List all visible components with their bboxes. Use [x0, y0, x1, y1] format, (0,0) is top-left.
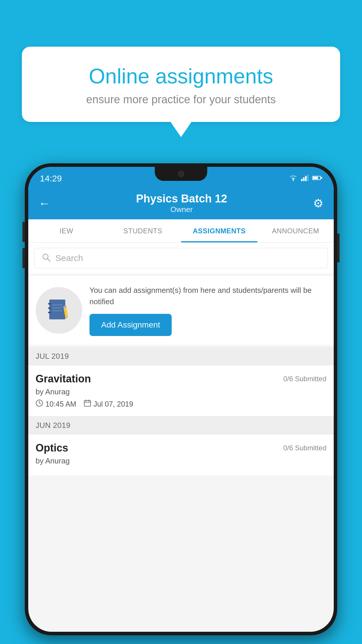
month-header-jul: JUL 2019: [28, 347, 334, 365]
svg-line-22: [39, 403, 41, 404]
status-icons: [289, 175, 322, 182]
search-container: Search: [28, 243, 334, 274]
tab-assignments[interactable]: ASSIGNMENTS: [181, 219, 257, 242]
phone-outer: 14:29: [25, 163, 337, 635]
tab-iew[interactable]: IEW: [28, 219, 105, 242]
speech-bubble-subtitle: ensure more practice for your students: [42, 93, 320, 106]
phone-wrapper: 14:29: [25, 163, 337, 635]
header-subtitle: Owner: [136, 205, 227, 214]
svg-rect-2: [303, 177, 305, 181]
assignment-item-optics[interactable]: Optics 0/6 Submitted by Anurag: [28, 435, 334, 476]
calendar-icon: [84, 399, 91, 409]
assignment-name-optics: Optics: [36, 442, 68, 454]
svg-rect-10: [49, 300, 65, 319]
header-title-group: Physics Batch 12 Owner: [136, 192, 227, 214]
assignment-meta-gravitation: 10:45 AM Jul 07, 2019: [36, 399, 326, 409]
assignment-submitted-optics: 0/6 Submitted: [283, 444, 326, 452]
assignment-time-value: 10:45 AM: [45, 400, 76, 408]
wifi-icon: [289, 175, 298, 182]
speech-bubble: Online assignments ensure more practice …: [22, 47, 340, 122]
info-card-text: You can add assignment(s) from here and …: [89, 285, 326, 307]
search-placeholder: Search: [55, 253, 83, 263]
svg-marker-18: [66, 317, 67, 319]
tabs-bar: IEW STUDENTS ASSIGNMENTS ANNOUNCEM: [28, 219, 334, 243]
svg-rect-3: [305, 176, 307, 181]
speech-bubble-container: Online assignments ensure more practice …: [22, 47, 340, 122]
info-card: You can add assignment(s) from here and …: [28, 276, 334, 345]
svg-rect-13: [48, 312, 51, 313]
header-title: Physics Batch 12: [136, 192, 227, 205]
volume-down-button: [22, 248, 25, 268]
notebook-icon: [46, 297, 72, 323]
info-card-right: You can add assignment(s) from here and …: [89, 285, 326, 336]
month-header-jun: JUN 2019: [28, 416, 334, 435]
battery-icon: [312, 175, 322, 182]
svg-rect-7: [321, 177, 322, 179]
back-button[interactable]: ←: [38, 197, 50, 210]
assignment-date-value: Jul 07, 2019: [94, 400, 133, 408]
svg-rect-11: [48, 303, 51, 304]
svg-rect-16: [52, 310, 62, 311]
svg-rect-15: [52, 307, 62, 308]
svg-point-0: [293, 180, 294, 181]
volume-up-button: [22, 222, 25, 242]
svg-rect-14: [52, 304, 62, 305]
phone-notch: [155, 167, 207, 181]
assignment-by-optics: by Anurag: [36, 456, 326, 466]
assignment-date-gravitation: Jul 07, 2019: [84, 399, 133, 409]
tab-announcements[interactable]: ANNOUNCEM: [257, 219, 334, 242]
assignment-item-gravitation[interactable]: Gravitation 0/6 Submitted by Anurag: [28, 365, 334, 416]
assignment-row1: Gravitation 0/6 Submitted: [36, 373, 326, 385]
svg-rect-23: [84, 400, 91, 406]
power-button: [337, 233, 340, 262]
notebook-icon-circle: [36, 287, 82, 334]
assignment-row1-optics: Optics 0/6 Submitted: [36, 442, 326, 454]
signal-icon: [301, 175, 309, 182]
assignment-submitted-gravitation: 0/6 Submitted: [283, 375, 326, 383]
app-header: ← Physics Batch 12 Owner ⚙: [28, 187, 334, 219]
add-assignment-button[interactable]: Add Assignment: [89, 314, 172, 336]
tab-students[interactable]: STUDENTS: [105, 219, 181, 242]
assignment-name-gravitation: Gravitation: [36, 373, 91, 385]
front-camera: [178, 171, 184, 177]
assignment-time-gravitation: 10:45 AM: [36, 399, 76, 409]
svg-rect-12: [48, 307, 51, 309]
search-icon: [42, 253, 51, 263]
status-time: 14:29: [40, 174, 62, 183]
settings-icon[interactable]: ⚙: [313, 197, 324, 210]
speech-bubble-title: Online assignments: [42, 64, 320, 88]
svg-rect-1: [301, 179, 303, 181]
search-bar[interactable]: Search: [34, 248, 328, 268]
svg-line-9: [47, 258, 50, 261]
phone-screen: 14:29: [28, 167, 334, 632]
clock-icon: [36, 399, 43, 409]
svg-rect-4: [307, 175, 309, 181]
svg-rect-6: [313, 177, 318, 179]
assignment-by-gravitation: by Anurag: [36, 387, 326, 396]
